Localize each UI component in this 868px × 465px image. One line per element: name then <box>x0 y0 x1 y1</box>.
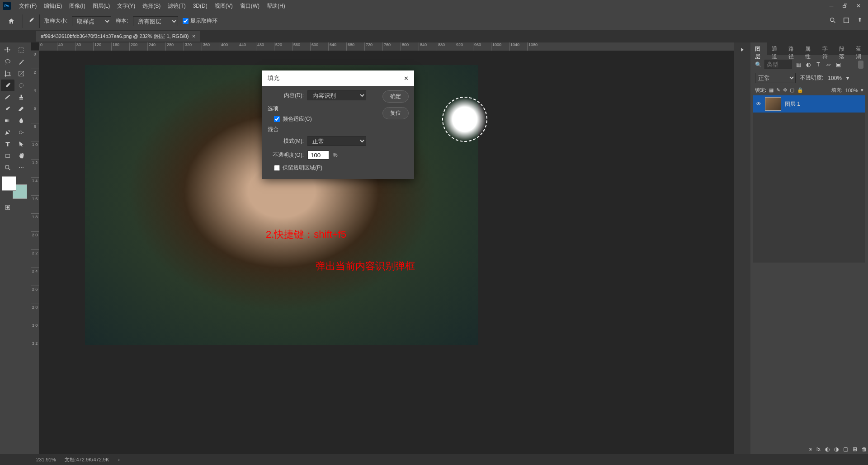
filter-shape-icon[interactable]: ▱ <box>824 61 832 69</box>
opacity-chevron-icon[interactable]: ▾ <box>846 75 849 81</box>
tab-paragraph[interactable]: 段落 <box>835 42 851 55</box>
stamp-tool[interactable] <box>14 91 28 103</box>
rect-tool[interactable] <box>1 150 14 162</box>
ok-button[interactable]: 确定 <box>382 90 409 103</box>
tab-properties[interactable]: 属性 <box>801 42 817 55</box>
more-tools[interactable]: ⋯ <box>14 162 28 174</box>
panel-toggle-icon[interactable] <box>739 46 746 55</box>
tab-layers[interactable]: 图层 <box>750 42 767 55</box>
lock-paint-icon[interactable]: ✎ <box>776 87 780 93</box>
zoom-tool[interactable] <box>1 162 14 174</box>
menu-image[interactable]: 图像(I) <box>66 0 89 12</box>
preserve-trans-checkbox[interactable] <box>274 165 280 171</box>
dodge-tool[interactable] <box>14 127 28 138</box>
filter-pixel-icon[interactable]: ▦ <box>794 61 802 69</box>
quickmask-tool[interactable] <box>1 202 14 213</box>
path-tool[interactable] <box>14 138 28 150</box>
tab-close-icon[interactable]: × <box>192 33 195 39</box>
crop-tool[interactable] <box>1 68 14 80</box>
history-brush-tool[interactable] <box>1 103 14 115</box>
document-tabs: af99d432610bfdb36470f3c14b37ea6.png @ 23… <box>0 30 868 42</box>
mode-label: 模式(M): <box>268 137 304 145</box>
filter-smart-icon[interactable]: ▣ <box>834 61 842 69</box>
show-ring-input[interactable] <box>183 18 189 24</box>
hand-tool[interactable] <box>14 150 28 162</box>
visibility-icon[interactable]: 👁 <box>756 101 761 107</box>
lock-all-icon[interactable]: 🔒 <box>797 87 803 93</box>
sample-label: 样本: <box>116 17 128 25</box>
right-panel: 图层 通道 路径 属性 字符 段落 蓝湖 🔍 ▦ ◐ T ▱ ▣ <box>734 42 868 454</box>
opacity-value[interactable]: 100% <box>828 75 842 81</box>
layer-name[interactable]: 图层 1 <box>785 100 800 108</box>
opacity-input[interactable] <box>307 150 329 160</box>
mask-icon[interactable]: ◐ <box>825 446 830 452</box>
filter-toggle[interactable] <box>858 61 863 69</box>
menu-help[interactable]: 帮助(H) <box>263 0 289 12</box>
type-tool[interactable] <box>1 138 14 150</box>
menu-view[interactable]: 视图(V) <box>211 0 236 12</box>
menu-filter[interactable]: 滤镜(T) <box>164 0 189 12</box>
pen-tool[interactable] <box>1 127 14 138</box>
fill-chevron-icon[interactable]: ▾ <box>861 87 863 93</box>
wand-tool[interactable] <box>14 56 28 68</box>
layer-row[interactable]: 👁 图层 1 <box>753 95 865 113</box>
dialog-close-icon[interactable]: ✕ <box>404 75 409 82</box>
share-icon[interactable] <box>856 17 863 25</box>
frame-tool[interactable] <box>14 68 28 80</box>
layer-thumb[interactable] <box>765 97 781 111</box>
content-select[interactable]: 内容识别 <box>307 90 366 100</box>
window-close[interactable]: ✕ <box>852 0 865 12</box>
adjust-icon[interactable]: ◑ <box>834 446 839 452</box>
brush-tool[interactable] <box>1 91 14 103</box>
blur-tool[interactable] <box>14 115 28 127</box>
window-maximize[interactable]: 🗗 <box>838 0 852 12</box>
foreground-color[interactable] <box>2 176 16 191</box>
menu-3d[interactable]: 3D(D) <box>189 1 211 11</box>
group-icon[interactable]: ▢ <box>843 446 848 452</box>
dialog-titlebar[interactable]: 填充 ✕ <box>262 70 414 86</box>
menu-file[interactable]: 文件(F) <box>15 0 40 12</box>
trash-icon[interactable]: 🗑 <box>862 446 867 452</box>
menu-edit[interactable]: 编辑(E) <box>40 0 66 12</box>
tab-paths[interactable]: 路径 <box>784 42 801 55</box>
gradient-tool[interactable] <box>1 115 14 127</box>
marquee-tool[interactable] <box>14 44 28 56</box>
zoom-level[interactable]: 231.91% <box>36 457 56 462</box>
lock-trans-icon[interactable]: ▦ <box>769 87 774 93</box>
sample-select[interactable]: 所有图层 <box>133 16 178 26</box>
search-icon[interactable] <box>829 17 836 25</box>
workspace-icon[interactable] <box>843 17 850 25</box>
lock-artboard-icon[interactable]: ▢ <box>790 87 794 93</box>
menu-window[interactable]: 窗口(W) <box>236 0 263 12</box>
link-icon[interactable]: ⍟ <box>809 446 812 452</box>
layer-filter-input[interactable] <box>764 60 792 69</box>
color-adapt-checkbox[interactable] <box>274 116 280 122</box>
tab-lanhu[interactable]: 蓝湖 <box>851 42 868 55</box>
menu-type[interactable]: 文字(Y) <box>113 0 139 12</box>
eyedrop-tool[interactable] <box>1 80 14 91</box>
filter-type-icon[interactable]: T <box>814 61 822 69</box>
home-icon[interactable] <box>5 14 18 28</box>
lasso-tool[interactable] <box>1 56 14 68</box>
sample-size-select[interactable]: 取样点 <box>72 16 111 26</box>
status-chevron-icon[interactable]: › <box>118 457 120 462</box>
show-ring-checkbox[interactable]: 显示取样环 <box>183 17 217 25</box>
new-layer-icon[interactable]: ⊞ <box>853 446 857 452</box>
document-tab[interactable]: af99d432610bfdb36470f3c14b37ea6.png @ 23… <box>36 31 200 42</box>
color-swatches[interactable] <box>2 176 29 199</box>
blend-mode-select[interactable]: 正常 <box>755 73 796 83</box>
tab-channels[interactable]: 通道 <box>767 42 784 55</box>
mode-select[interactable]: 正常 <box>307 136 366 146</box>
tab-character[interactable]: 字符 <box>818 42 835 55</box>
window-minimize[interactable]: ─ <box>825 0 838 12</box>
eraser-tool[interactable] <box>14 103 28 115</box>
fx-icon[interactable]: fx <box>816 446 821 452</box>
reset-button[interactable]: 复位 <box>382 107 409 119</box>
filter-adjust-icon[interactable]: ◐ <box>804 61 812 69</box>
menu-select[interactable]: 选择(S) <box>139 0 164 12</box>
menu-layer[interactable]: 图层(L) <box>89 0 114 12</box>
heal-tool[interactable] <box>14 80 28 91</box>
fill-value[interactable]: 100% <box>845 88 858 93</box>
move-tool[interactable] <box>1 44 14 56</box>
lock-pos-icon[interactable]: ✥ <box>783 87 787 93</box>
